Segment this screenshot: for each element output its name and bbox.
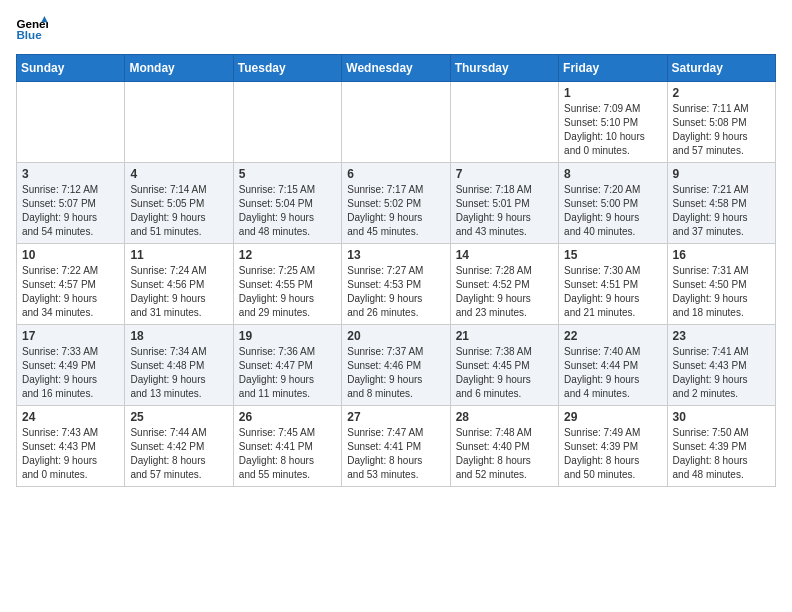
day-info: Sunrise: 7:18 AM Sunset: 5:01 PM Dayligh… [456,183,553,239]
calendar-cell: 30Sunrise: 7:50 AM Sunset: 4:39 PM Dayli… [667,406,775,487]
day-info: Sunrise: 7:47 AM Sunset: 4:41 PM Dayligh… [347,426,444,482]
calendar-cell: 23Sunrise: 7:41 AM Sunset: 4:43 PM Dayli… [667,325,775,406]
day-number: 9 [673,167,770,181]
day-info: Sunrise: 7:24 AM Sunset: 4:56 PM Dayligh… [130,264,227,320]
day-info: Sunrise: 7:49 AM Sunset: 4:39 PM Dayligh… [564,426,661,482]
day-info: Sunrise: 7:50 AM Sunset: 4:39 PM Dayligh… [673,426,770,482]
day-info: Sunrise: 7:25 AM Sunset: 4:55 PM Dayligh… [239,264,336,320]
day-info: Sunrise: 7:36 AM Sunset: 4:47 PM Dayligh… [239,345,336,401]
day-number: 18 [130,329,227,343]
calendar-cell [125,82,233,163]
weekday-header: Sunday [17,55,125,82]
weekday-header: Wednesday [342,55,450,82]
calendar-cell [342,82,450,163]
day-number: 30 [673,410,770,424]
day-info: Sunrise: 7:20 AM Sunset: 5:00 PM Dayligh… [564,183,661,239]
day-info: Sunrise: 7:34 AM Sunset: 4:48 PM Dayligh… [130,345,227,401]
day-number: 13 [347,248,444,262]
day-number: 7 [456,167,553,181]
logo-icon: General Blue [16,16,48,44]
calendar-cell: 15Sunrise: 7:30 AM Sunset: 4:51 PM Dayli… [559,244,667,325]
day-info: Sunrise: 7:21 AM Sunset: 4:58 PM Dayligh… [673,183,770,239]
day-number: 3 [22,167,119,181]
day-number: 16 [673,248,770,262]
calendar-cell: 22Sunrise: 7:40 AM Sunset: 4:44 PM Dayli… [559,325,667,406]
day-number: 6 [347,167,444,181]
day-number: 29 [564,410,661,424]
day-number: 25 [130,410,227,424]
day-info: Sunrise: 7:44 AM Sunset: 4:42 PM Dayligh… [130,426,227,482]
day-number: 21 [456,329,553,343]
calendar-cell: 5Sunrise: 7:15 AM Sunset: 5:04 PM Daylig… [233,163,341,244]
calendar-cell: 29Sunrise: 7:49 AM Sunset: 4:39 PM Dayli… [559,406,667,487]
day-info: Sunrise: 7:14 AM Sunset: 5:05 PM Dayligh… [130,183,227,239]
calendar-cell: 10Sunrise: 7:22 AM Sunset: 4:57 PM Dayli… [17,244,125,325]
day-number: 22 [564,329,661,343]
calendar-cell: 7Sunrise: 7:18 AM Sunset: 5:01 PM Daylig… [450,163,558,244]
day-info: Sunrise: 7:31 AM Sunset: 4:50 PM Dayligh… [673,264,770,320]
calendar-cell: 18Sunrise: 7:34 AM Sunset: 4:48 PM Dayli… [125,325,233,406]
calendar-cell: 25Sunrise: 7:44 AM Sunset: 4:42 PM Dayli… [125,406,233,487]
calendar-cell: 27Sunrise: 7:47 AM Sunset: 4:41 PM Dayli… [342,406,450,487]
day-info: Sunrise: 7:33 AM Sunset: 4:49 PM Dayligh… [22,345,119,401]
day-number: 4 [130,167,227,181]
day-number: 27 [347,410,444,424]
day-info: Sunrise: 7:15 AM Sunset: 5:04 PM Dayligh… [239,183,336,239]
day-number: 12 [239,248,336,262]
calendar-cell [233,82,341,163]
calendar-week-row: 10Sunrise: 7:22 AM Sunset: 4:57 PM Dayli… [17,244,776,325]
calendar-cell: 20Sunrise: 7:37 AM Sunset: 4:46 PM Dayli… [342,325,450,406]
day-number: 23 [673,329,770,343]
day-info: Sunrise: 7:45 AM Sunset: 4:41 PM Dayligh… [239,426,336,482]
calendar-header-row: SundayMondayTuesdayWednesdayThursdayFrid… [17,55,776,82]
calendar-week-row: 3Sunrise: 7:12 AM Sunset: 5:07 PM Daylig… [17,163,776,244]
day-number: 2 [673,86,770,100]
day-number: 26 [239,410,336,424]
calendar-cell: 8Sunrise: 7:20 AM Sunset: 5:00 PM Daylig… [559,163,667,244]
calendar-cell: 3Sunrise: 7:12 AM Sunset: 5:07 PM Daylig… [17,163,125,244]
weekday-header: Thursday [450,55,558,82]
day-number: 10 [22,248,119,262]
day-number: 11 [130,248,227,262]
day-info: Sunrise: 7:27 AM Sunset: 4:53 PM Dayligh… [347,264,444,320]
day-info: Sunrise: 7:37 AM Sunset: 4:46 PM Dayligh… [347,345,444,401]
day-number: 8 [564,167,661,181]
day-number: 14 [456,248,553,262]
calendar-cell: 11Sunrise: 7:24 AM Sunset: 4:56 PM Dayli… [125,244,233,325]
calendar-cell: 28Sunrise: 7:48 AM Sunset: 4:40 PM Dayli… [450,406,558,487]
day-info: Sunrise: 7:43 AM Sunset: 4:43 PM Dayligh… [22,426,119,482]
day-info: Sunrise: 7:30 AM Sunset: 4:51 PM Dayligh… [564,264,661,320]
calendar-cell: 6Sunrise: 7:17 AM Sunset: 5:02 PM Daylig… [342,163,450,244]
day-info: Sunrise: 7:09 AM Sunset: 5:10 PM Dayligh… [564,102,661,158]
day-number: 5 [239,167,336,181]
day-info: Sunrise: 7:17 AM Sunset: 5:02 PM Dayligh… [347,183,444,239]
calendar-week-row: 24Sunrise: 7:43 AM Sunset: 4:43 PM Dayli… [17,406,776,487]
day-info: Sunrise: 7:38 AM Sunset: 4:45 PM Dayligh… [456,345,553,401]
day-info: Sunrise: 7:22 AM Sunset: 4:57 PM Dayligh… [22,264,119,320]
calendar-week-row: 1Sunrise: 7:09 AM Sunset: 5:10 PM Daylig… [17,82,776,163]
day-number: 15 [564,248,661,262]
calendar-table: SundayMondayTuesdayWednesdayThursdayFrid… [16,54,776,487]
weekday-header: Friday [559,55,667,82]
day-number: 17 [22,329,119,343]
calendar-cell: 9Sunrise: 7:21 AM Sunset: 4:58 PM Daylig… [667,163,775,244]
logo: General Blue [16,16,56,44]
calendar-cell: 13Sunrise: 7:27 AM Sunset: 4:53 PM Dayli… [342,244,450,325]
day-info: Sunrise: 7:41 AM Sunset: 4:43 PM Dayligh… [673,345,770,401]
weekday-header: Monday [125,55,233,82]
calendar-cell: 2Sunrise: 7:11 AM Sunset: 5:08 PM Daylig… [667,82,775,163]
weekday-header: Tuesday [233,55,341,82]
calendar-cell: 12Sunrise: 7:25 AM Sunset: 4:55 PM Dayli… [233,244,341,325]
calendar-week-row: 17Sunrise: 7:33 AM Sunset: 4:49 PM Dayli… [17,325,776,406]
day-info: Sunrise: 7:11 AM Sunset: 5:08 PM Dayligh… [673,102,770,158]
calendar-cell: 21Sunrise: 7:38 AM Sunset: 4:45 PM Dayli… [450,325,558,406]
day-number: 24 [22,410,119,424]
weekday-header: Saturday [667,55,775,82]
page-header: General Blue [16,16,776,44]
calendar-cell [17,82,125,163]
svg-text:Blue: Blue [16,28,42,41]
calendar-cell: 4Sunrise: 7:14 AM Sunset: 5:05 PM Daylig… [125,163,233,244]
day-info: Sunrise: 7:28 AM Sunset: 4:52 PM Dayligh… [456,264,553,320]
calendar-cell: 16Sunrise: 7:31 AM Sunset: 4:50 PM Dayli… [667,244,775,325]
day-info: Sunrise: 7:40 AM Sunset: 4:44 PM Dayligh… [564,345,661,401]
